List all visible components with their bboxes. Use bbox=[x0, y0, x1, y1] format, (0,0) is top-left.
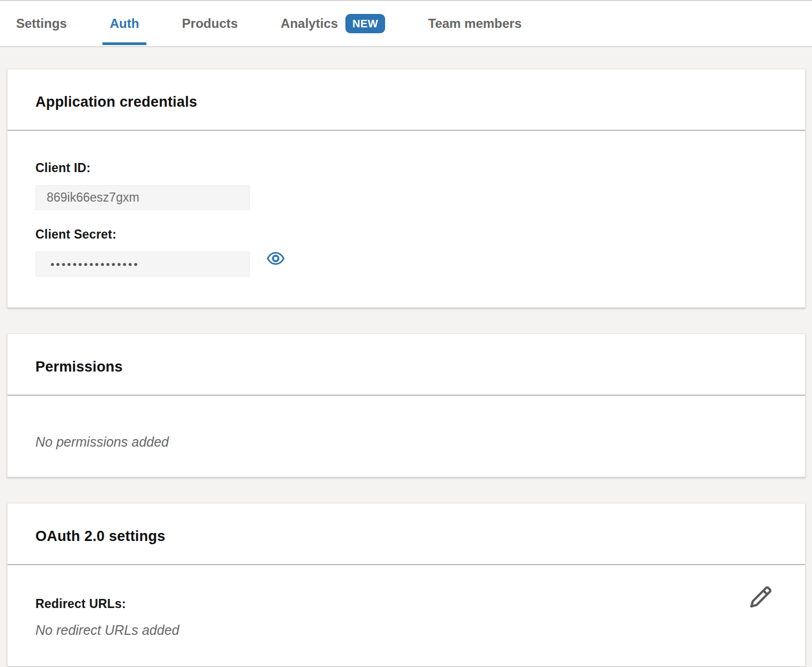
oauth-settings-title: OAuth 2.0 settings bbox=[35, 528, 777, 545]
auth-page: Application credentials Client ID: 869ik… bbox=[0, 47, 812, 666]
tab-bar: Settings Auth Products Analytics NEW Tea… bbox=[0, 0, 812, 47]
application-credentials-card: Application credentials Client ID: 869ik… bbox=[7, 69, 806, 308]
tab-settings-label: Settings bbox=[16, 16, 67, 31]
client-id-label: Client ID: bbox=[35, 161, 777, 175]
tab-auth-label: Auth bbox=[110, 16, 139, 31]
tab-auth[interactable]: Auth bbox=[102, 1, 147, 46]
oauth-settings-header: OAuth 2.0 settings bbox=[8, 503, 805, 564]
tab-team-members-label: Team members bbox=[428, 16, 521, 31]
permissions-title: Permissions bbox=[35, 359, 777, 375]
tab-products-label: Products bbox=[182, 16, 238, 31]
tab-analytics[interactable]: Analytics NEW bbox=[273, 1, 393, 46]
client-secret-label: Client Secret: bbox=[35, 227, 777, 242]
oauth-settings-card: OAuth 2.0 settings Redirect URLs: No red… bbox=[7, 503, 806, 666]
application-credentials-header: Application credentials bbox=[8, 69, 805, 130]
tab-analytics-label: Analytics bbox=[280, 16, 338, 31]
tab-products[interactable]: Products bbox=[174, 1, 245, 46]
pencil-icon bbox=[749, 603, 773, 611]
oauth-settings-body: Redirect URLs: No redirect URLs added bbox=[8, 565, 805, 666]
redirect-urls-label: Redirect URLs: bbox=[35, 597, 777, 611]
client-id-value: 869ik66esz7gxm bbox=[47, 190, 139, 205]
redirect-urls-empty-text: No redirect URLs added bbox=[35, 622, 777, 638]
eye-icon bbox=[267, 249, 285, 269]
tab-team-members[interactable]: Team members bbox=[420, 1, 529, 46]
permissions-empty-text: No permissions added bbox=[35, 434, 777, 450]
client-id-field[interactable]: 869ik66esz7gxm bbox=[35, 185, 250, 210]
application-credentials-title: Application credentials bbox=[35, 94, 777, 110]
permissions-card: Permissions No permissions added bbox=[7, 334, 806, 477]
permissions-header: Permissions bbox=[8, 334, 805, 395]
reveal-secret-button[interactable] bbox=[267, 249, 285, 269]
edit-redirect-urls-button[interactable] bbox=[749, 585, 773, 611]
application-credentials-body: Client ID: 869ik66esz7gxm Client Secret:… bbox=[8, 131, 805, 307]
tab-settings[interactable]: Settings bbox=[9, 1, 75, 46]
client-secret-field[interactable]: •••••••••••••••• bbox=[35, 251, 250, 277]
permissions-body: No permissions added bbox=[8, 396, 805, 477]
client-secret-row: •••••••••••••••• bbox=[35, 242, 777, 277]
client-secret-masked-value: •••••••••••••••• bbox=[50, 258, 139, 271]
new-badge: NEW bbox=[345, 14, 385, 33]
